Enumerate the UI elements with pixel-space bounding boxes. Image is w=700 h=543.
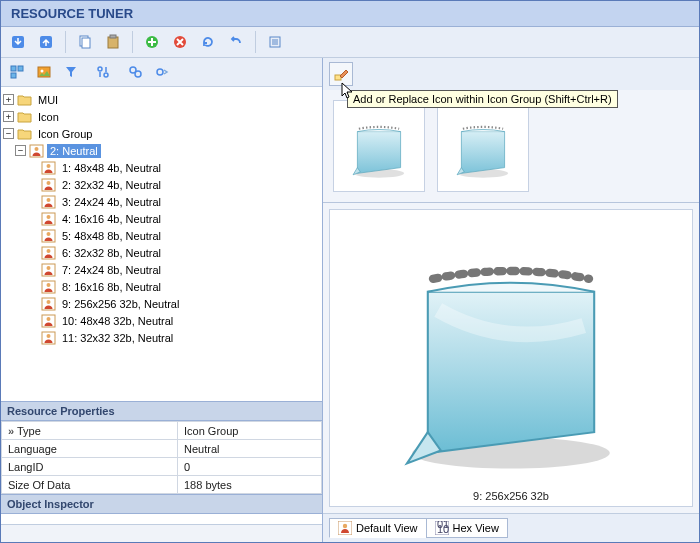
delete-button[interactable] — [169, 31, 191, 53]
refresh-button[interactable] — [197, 31, 219, 53]
expander-icon[interactable]: + — [3, 94, 14, 105]
tree-item[interactable]: 9: 256x256 32b, Neutral — [3, 295, 320, 312]
tab-label: Hex View — [453, 522, 499, 534]
tree-item[interactable]: 7: 24x24 8b, Neutral — [3, 261, 320, 278]
resource-tree[interactable]: +MUI+Icon−Icon Group−2: Neutral1: 48x48 … — [1, 87, 322, 401]
person-icon — [41, 195, 56, 209]
person-icon — [41, 331, 56, 345]
tooltip: Add or Replace Icon within Icon Group (S… — [347, 90, 618, 108]
edit-icon-button[interactable] — [329, 62, 353, 86]
svg-point-34 — [47, 266, 51, 270]
undo-button[interactable] — [225, 31, 247, 53]
svg-rect-4 — [108, 37, 118, 48]
tree-item[interactable]: +Icon — [3, 108, 320, 125]
property-row: LangID0 — [2, 458, 322, 476]
folder-icon — [17, 93, 32, 107]
person-icon — [41, 263, 56, 277]
tree-item-label: 4: 16x16 4b, Neutral — [59, 212, 164, 226]
tree-item[interactable]: 6: 32x32 8b, Neutral — [3, 244, 320, 261]
svg-point-36 — [47, 283, 51, 287]
svg-point-48 — [343, 524, 347, 528]
thumbnail-2[interactable] — [437, 100, 529, 192]
settings-button[interactable] — [92, 61, 114, 83]
tree-item[interactable]: −2: Neutral — [3, 142, 320, 159]
folder-icon — [17, 110, 32, 124]
paste-button[interactable] — [102, 31, 124, 53]
image-view-button[interactable] — [33, 61, 55, 83]
add-button[interactable] — [141, 31, 163, 53]
preview-label: 9: 256x256 32b — [473, 488, 549, 506]
tree-item-label: 2: Neutral — [47, 144, 101, 158]
tree-item-label: 6: 32x32 8b, Neutral — [59, 246, 164, 260]
save-up-button[interactable] — [35, 31, 57, 53]
find-next-button[interactable] — [151, 61, 173, 83]
tree-view-button[interactable] — [6, 61, 28, 83]
preview-image — [381, 210, 641, 488]
copy-button[interactable] — [74, 31, 96, 53]
svg-rect-9 — [11, 66, 16, 71]
tree-item-label: Icon — [35, 110, 62, 124]
svg-rect-10 — [18, 66, 23, 71]
svg-point-32 — [47, 249, 51, 253]
person-icon — [41, 246, 56, 260]
tree-item[interactable]: 8: 16x16 8b, Neutral — [3, 278, 320, 295]
tree-item[interactable]: 5: 48x48 8b, Neutral — [3, 227, 320, 244]
svg-point-20 — [35, 147, 39, 151]
svg-rect-3 — [82, 38, 90, 48]
expander-icon[interactable]: − — [15, 145, 26, 156]
property-row: Size Of Data188 bytes — [2, 476, 322, 494]
list-button[interactable] — [264, 31, 286, 53]
open-down-button[interactable] — [7, 31, 29, 53]
svg-point-13 — [41, 70, 44, 73]
svg-rect-5 — [110, 35, 116, 38]
tree-item[interactable]: 1: 48x48 4b, Neutral — [3, 159, 320, 176]
expander-icon[interactable]: − — [3, 128, 14, 139]
left-toolbar — [1, 58, 322, 87]
tree-item[interactable]: −Icon Group — [3, 125, 320, 142]
thumbnail-1[interactable] — [333, 100, 425, 192]
right-pane: Add or Replace Icon within Icon Group (S… — [323, 58, 699, 542]
tree-item[interactable]: 3: 24x24 4b, Neutral — [3, 193, 320, 210]
tree-item[interactable]: 10: 48x48 32b, Neutral — [3, 312, 320, 329]
object-inspector-header: Object Inspector — [1, 494, 322, 514]
left-pane: +MUI+Icon−Icon Group−2: Neutral1: 48x48 … — [1, 58, 323, 542]
tree-item-label: 8: 16x16 8b, Neutral — [59, 280, 164, 294]
svg-point-28 — [47, 215, 51, 219]
tree-item-label: 7: 24x24 8b, Neutral — [59, 263, 164, 277]
tree-item[interactable]: 4: 16x16 4b, Neutral — [3, 210, 320, 227]
tab-hex-view[interactable]: 010101 Hex View — [426, 518, 508, 538]
person-icon — [41, 297, 56, 311]
tree-item-label: 2: 32x32 4b, Neutral — [59, 178, 164, 192]
right-toolbar: Add or Replace Icon within Icon Group (S… — [323, 58, 699, 90]
tree-item-label: Icon Group — [35, 127, 95, 141]
svg-point-17 — [135, 71, 141, 77]
svg-point-30 — [47, 232, 51, 236]
property-row: » TypeIcon Group — [2, 422, 322, 440]
person-icon — [41, 229, 56, 243]
svg-point-18 — [157, 69, 163, 75]
hex-icon: 010101 — [435, 521, 449, 535]
tab-label: Default View — [356, 522, 418, 534]
svg-point-26 — [47, 198, 51, 202]
tree-item[interactable]: 11: 32x32 32b, Neutral — [3, 329, 320, 346]
resource-properties-table: » TypeIcon Group LanguageNeutral LangID0… — [1, 421, 322, 494]
tree-item[interactable]: 2: 32x32 4b, Neutral — [3, 176, 320, 193]
folder-icon — [17, 127, 32, 141]
tree-item-label: 3: 24x24 4b, Neutral — [59, 195, 164, 209]
person-icon — [41, 314, 56, 328]
svg-point-22 — [47, 164, 51, 168]
person-icon — [41, 161, 56, 175]
tree-item-label: 11: 32x32 32b, Neutral — [59, 331, 176, 345]
svg-rect-11 — [11, 73, 16, 78]
tab-default-view[interactable]: Default View — [329, 518, 427, 538]
find-button[interactable] — [124, 61, 146, 83]
svg-point-38 — [47, 300, 51, 304]
tree-item-label: 9: 256x256 32b, Neutral — [59, 297, 182, 311]
filter-button[interactable] — [60, 61, 82, 83]
property-row: LanguageNeutral — [2, 440, 322, 458]
svg-text:101: 101 — [437, 523, 449, 535]
expander-icon[interactable]: + — [3, 111, 14, 122]
view-tabs: Default View 010101 Hex View — [323, 513, 699, 542]
resource-properties-header: Resource Properties — [1, 401, 322, 421]
tree-item[interactable]: +MUI — [3, 91, 320, 108]
